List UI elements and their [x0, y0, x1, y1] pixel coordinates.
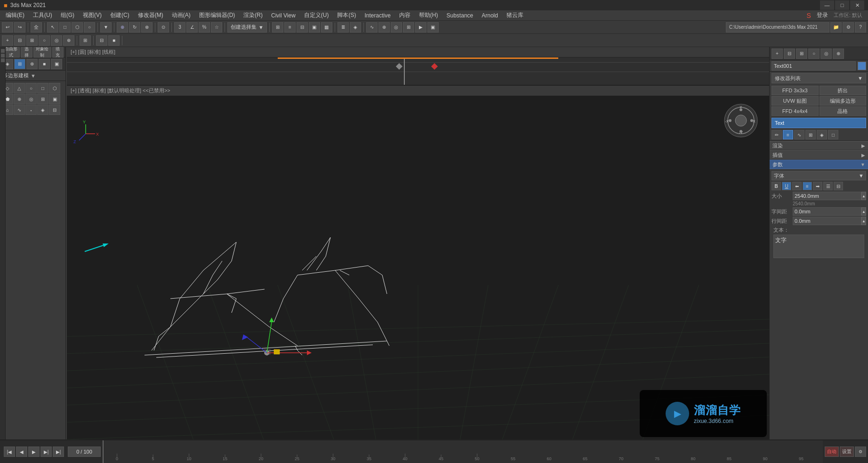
maximize-button[interactable]: □	[835, 0, 849, 10]
schematic-view-button[interactable]: ⊕	[378, 22, 390, 32]
panel-curve-icon[interactable]: ∿	[794, 130, 804, 139]
size-input[interactable]	[793, 192, 861, 200]
mini-btn-1[interactable]	[1, 49, 5, 53]
mini-btn-2[interactable]	[1, 54, 5, 57]
lt13[interactable]: ⬩	[25, 105, 37, 115]
modify-tab[interactable]: ⊟	[14, 35, 25, 46]
align-button[interactable]: ≡	[284, 22, 296, 32]
menu-workspace[interactable]: 工作区: 默认	[834, 12, 862, 19]
size-spinner-up[interactable]: ▲	[861, 192, 866, 200]
scale-button[interactable]: ⊗	[141, 22, 153, 32]
render-frame-button[interactable]: ▣	[427, 22, 439, 32]
tracking-input[interactable]	[793, 207, 861, 216]
rp-icon-4[interactable]: ○	[808, 49, 820, 59]
rp-icon-2[interactable]: ⊟	[784, 49, 795, 59]
lasso-button[interactable]: ⬡	[72, 22, 83, 32]
wireframe-toggle[interactable]: ⊟	[96, 35, 107, 46]
curve-editor-button[interactable]: ∿	[366, 22, 378, 32]
navigation-gizmo[interactable]: Y -Y X -X	[722, 102, 760, 139]
lt12[interactable]: ∿	[14, 105, 25, 115]
select-mode-button[interactable]: 选择	[21, 47, 32, 57]
set-key-button[interactable]: 设置	[840, 447, 854, 457]
fill-button[interactable]: 填充	[52, 47, 64, 57]
mod-btn-ffd3[interactable]: FFD 3x3x3	[772, 86, 819, 95]
panel-track-icon[interactable]: ◈	[817, 130, 827, 139]
material-editor-button[interactable]: ◎	[391, 22, 402, 32]
view-button[interactable]: ⊙	[158, 22, 169, 32]
close-button[interactable]: ✕	[850, 0, 864, 10]
parameters-section-header[interactable]: 参数 ▼	[770, 160, 868, 169]
menu-tools[interactable]: 工具(U)	[29, 10, 56, 20]
leading-input[interactable]	[793, 217, 861, 225]
align-right-button[interactable]: ➡	[813, 182, 822, 190]
utilities-tab[interactable]: ⊕	[63, 35, 74, 46]
mod-btn-lattice[interactable]: 晶格	[820, 106, 867, 116]
display-tab[interactable]: ◎	[51, 35, 62, 46]
lt4[interactable]: □	[37, 83, 48, 93]
align-view-button[interactable]: ⊟	[297, 22, 308, 32]
key-filter-button[interactable]: ⚙	[855, 447, 866, 457]
select-filter-button[interactable]: ▼	[100, 22, 112, 32]
create-tab[interactable]: +	[2, 35, 13, 46]
menu-login[interactable]: 登录	[813, 10, 832, 20]
align-left-button[interactable]: ⬅	[792, 182, 802, 190]
sub-mode-4[interactable]: ■	[39, 59, 50, 69]
rotate-button[interactable]: ↻	[129, 22, 140, 32]
object-color-swatch[interactable]	[858, 62, 866, 70]
menu-scripting[interactable]: 脚本(S)	[333, 10, 360, 20]
lt2[interactable]: △	[14, 83, 25, 93]
scene-explorer-button[interactable]: ◈	[350, 22, 361, 32]
minimize-button[interactable]: —	[820, 0, 834, 10]
rp-icon-6[interactable]: ⊕	[833, 49, 844, 59]
go-start-button[interactable]: |◀	[4, 447, 15, 457]
lt14[interactable]: ◈	[37, 105, 48, 115]
auto-key-button[interactable]: 自动	[825, 447, 839, 457]
interpolation-section-header[interactable]: 插值 ▶	[770, 150, 868, 160]
layer-manager-button[interactable]: ≣	[338, 22, 349, 32]
menu-views[interactable]: 视图(V)	[79, 10, 105, 20]
mod-btn-editpoly[interactable]: 编辑多边形	[820, 96, 867, 106]
redo-button[interactable]: ↪	[14, 22, 25, 32]
spinner-snap[interactable]: ☆	[211, 22, 222, 32]
bold-button[interactable]: B	[772, 182, 781, 190]
paint-deform-button[interactable]: 对象绘制	[33, 47, 51, 57]
render-button[interactable]: ▶	[415, 22, 426, 32]
menu-arnold[interactable]: Arnold	[478, 11, 502, 20]
lt15[interactable]: ⊟	[49, 105, 60, 115]
lt8[interactable]: ◎	[25, 94, 37, 104]
select-all-button[interactable]: 全	[31, 22, 42, 32]
lt5[interactable]: ⬡	[49, 83, 60, 93]
panel-pencil-icon[interactable]: ✏	[772, 130, 782, 139]
undo-button[interactable]: ↩	[2, 22, 13, 32]
multi-form-dropdown-icon[interactable]: ▼	[31, 73, 36, 79]
next-frame-button[interactable]: ▶|	[40, 447, 52, 457]
create-selection-dropdown[interactable]: 创建选择集 ▼	[227, 22, 267, 32]
menu-content[interactable]: 内容	[395, 10, 414, 20]
underline-button[interactable]: U	[782, 182, 791, 190]
menu-group[interactable]: 组(G)	[57, 10, 78, 20]
tracking-spinner[interactable]: ▲	[861, 207, 866, 216]
text-modifier-entry[interactable]: Text	[772, 118, 866, 128]
text-content-input[interactable]: 文字	[773, 235, 864, 258]
menu-civil-view[interactable]: Civil View	[267, 11, 299, 20]
object-name-input[interactable]	[772, 61, 856, 71]
percent-snap[interactable]: %	[199, 22, 210, 32]
viewport-config[interactable]: ⊞	[80, 35, 91, 46]
mod-btn-extrude[interactable]: 挤出	[820, 86, 867, 95]
align-justify-button[interactable]: ☰	[823, 182, 833, 190]
config-button[interactable]: ⚙	[843, 22, 854, 32]
prev-frame-button[interactable]: ◀	[16, 447, 27, 457]
menu-interactive[interactable]: Interactive	[361, 11, 394, 20]
font-dropdown[interactable]: 字体 ▼	[772, 171, 866, 180]
align-normal-button[interactable]: ▣	[309, 22, 320, 32]
motion-tab[interactable]: ○	[39, 35, 50, 46]
move-button[interactable]: ⊕	[117, 22, 128, 32]
panel-props-icon[interactable]: ⊞	[805, 130, 816, 139]
mirror-button[interactable]: ⊞	[272, 22, 283, 32]
help-icon-button[interactable]: ?	[855, 22, 866, 32]
hierarchy-tab[interactable]: ⊞	[26, 35, 38, 46]
rp-icon-3[interactable]: ⊞	[796, 49, 807, 59]
menu-help[interactable]: 帮助(H)	[415, 10, 442, 20]
modifier-list-dropdown[interactable]: 修改器列表 ▼	[772, 73, 866, 83]
main-3d-viewport[interactable]: .grid-line { stroke: #2a3a2a; stroke-wid…	[67, 96, 769, 439]
